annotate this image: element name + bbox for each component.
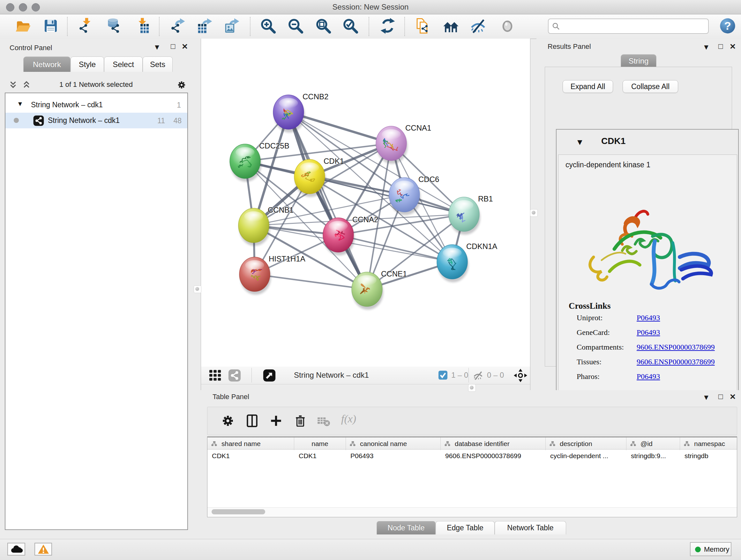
show-columns-icon[interactable] bbox=[245, 414, 259, 428]
network-share-view-icon[interactable] bbox=[228, 369, 241, 382]
tab-sets[interactable]: Sets bbox=[143, 57, 173, 72]
import-table-file-button[interactable] bbox=[134, 17, 151, 34]
show-all-button[interactable] bbox=[499, 17, 516, 34]
memory-button[interactable]: Memory bbox=[690, 542, 731, 556]
network-canvas[interactable]: CCNB2CCNA1CDC25BCDK1CDC6RB1CCNB1CCNA2CDK… bbox=[201, 39, 530, 367]
table-panel-float-icon[interactable]: □ bbox=[718, 392, 723, 401]
column-header-canonical-name[interactable]: canonical name bbox=[346, 437, 441, 450]
crosslink-link[interactable]: 9606.ENSP00000378699 bbox=[636, 358, 715, 366]
table-panel-collapse-icon[interactable]: ▾ bbox=[704, 392, 708, 402]
collapse-all-button[interactable]: Collapse All bbox=[623, 80, 678, 93]
home-string-button[interactable] bbox=[443, 17, 459, 34]
network-node-HIST1H1A[interactable]: HIST1H1A bbox=[239, 254, 306, 295]
tab-node-table[interactable]: Node Table bbox=[377, 521, 435, 535]
table-cell[interactable]: P06493 bbox=[350, 452, 440, 466]
table-cell[interactable]: stringdb bbox=[684, 452, 737, 466]
export-table-button[interactable] bbox=[197, 17, 213, 34]
results-panel-close-icon[interactable]: ✕ bbox=[730, 42, 736, 51]
network-node-CDKN1A[interactable]: CDKN1A bbox=[437, 242, 497, 282]
network-snapshot-button[interactable] bbox=[415, 17, 431, 34]
zoom-out-button[interactable] bbox=[287, 17, 304, 34]
network-node-RB1[interactable]: RB1 bbox=[449, 194, 493, 235]
table-cell[interactable]: CDK1 bbox=[299, 452, 345, 466]
network-node-CDC25B[interactable]: CDC25B bbox=[230, 141, 289, 182]
help-button[interactable]: ? bbox=[719, 17, 736, 34]
network-collection-row[interactable]: ▼ String Network – cdk1 1 bbox=[5, 97, 187, 113]
horizontal-scrollbar[interactable] bbox=[207, 507, 737, 516]
export-network-button[interactable] bbox=[170, 17, 186, 34]
save-session-button[interactable] bbox=[43, 17, 59, 34]
hidden-eye-slash-icon[interactable] bbox=[473, 370, 483, 381]
add-column-icon[interactable] bbox=[269, 414, 283, 428]
crosslink-link[interactable]: P06493 bbox=[636, 328, 660, 337]
import-network-database-button[interactable] bbox=[105, 17, 122, 34]
cloud-button[interactable] bbox=[7, 543, 25, 556]
network-node-CCNB2[interactable]: CCNB2 bbox=[273, 92, 328, 132]
column-header-shared-name[interactable]: shared name bbox=[207, 437, 294, 450]
column-header--id[interactable]: @id bbox=[626, 437, 680, 450]
table-cell[interactable]: stringdb:9... bbox=[631, 452, 679, 466]
table-cell[interactable]: 9606.ENSP00000378699 bbox=[445, 452, 544, 466]
network-view-panel: CCNB2CCNA1CDC25BCDK1CDC6RB1CCNB1CCNA2CDK… bbox=[201, 39, 530, 390]
left-splitter-handle[interactable] bbox=[194, 286, 201, 293]
tab-edge-table[interactable]: Edge Table bbox=[435, 521, 495, 535]
column-header-description[interactable]: description bbox=[546, 437, 626, 450]
column-header-name[interactable]: name bbox=[294, 437, 346, 450]
crosslink-link[interactable]: P06493 bbox=[636, 372, 660, 381]
delete-column-icon[interactable] bbox=[293, 414, 308, 428]
tab-style[interactable]: Style bbox=[71, 57, 104, 72]
section-caret-icon[interactable]: ▼ bbox=[576, 137, 584, 147]
network-row-selected[interactable]: String Network – cdk1 11 48 bbox=[5, 113, 187, 128]
delete-table-icon[interactable] bbox=[316, 414, 331, 428]
expand-all-button[interactable]: Expand All bbox=[562, 80, 613, 93]
hide-selected-icon bbox=[470, 17, 486, 34]
scrollbar-thumb[interactable] bbox=[212, 509, 265, 514]
table-panel-close-icon[interactable]: ✕ bbox=[730, 392, 736, 401]
move-crosshair-icon[interactable] bbox=[514, 368, 528, 382]
refresh-view-button[interactable] bbox=[380, 17, 396, 34]
function-builder-icon[interactable]: f(x) bbox=[341, 413, 356, 425]
warning-button[interactable] bbox=[35, 543, 52, 556]
table-cell[interactable]: cyclin-dependent ... bbox=[550, 452, 625, 466]
results-panel-collapse-icon[interactable]: ▾ bbox=[704, 42, 708, 52]
control-panel-collapse-icon[interactable]: ▾ bbox=[155, 42, 159, 52]
control-panel-close-icon[interactable]: ✕ bbox=[182, 42, 188, 51]
network-node-CCNA1[interactable]: CCNA1 bbox=[376, 124, 431, 164]
crosslink-link[interactable]: P06493 bbox=[636, 314, 660, 322]
network-node-CDK1[interactable]: CDK1 bbox=[294, 157, 344, 197]
search-field[interactable] bbox=[548, 18, 709, 34]
search-input[interactable] bbox=[562, 20, 704, 32]
tab-select[interactable]: Select bbox=[104, 57, 143, 72]
tab-network[interactable]: Network bbox=[23, 57, 71, 72]
network-options-gear-icon[interactable] bbox=[177, 80, 187, 90]
tree-expand-caret-icon[interactable]: ▼ bbox=[17, 100, 23, 108]
column-header-database-identifier[interactable]: database identifier bbox=[441, 437, 546, 450]
zoom-out-icon bbox=[287, 17, 304, 34]
import-network-file-button[interactable] bbox=[77, 17, 94, 34]
table-options-gear-icon[interactable] bbox=[220, 414, 235, 428]
control-panel-float-icon[interactable]: □ bbox=[171, 42, 176, 51]
network-edge[interactable] bbox=[255, 274, 367, 289]
network-node-CCNA2[interactable]: CCNA2 bbox=[323, 215, 378, 255]
selected-checkbox-icon[interactable] bbox=[439, 371, 448, 380]
column-header-namespac[interactable]: namespac bbox=[680, 437, 737, 450]
protein-section-header[interactable]: ▼ CDK1 bbox=[556, 130, 738, 154]
tab-network-table[interactable]: Network Table bbox=[495, 521, 566, 535]
zoom-selected-button[interactable] bbox=[342, 17, 359, 34]
zoom-in-button[interactable] bbox=[260, 17, 276, 34]
results-panel-float-icon[interactable]: □ bbox=[718, 42, 723, 51]
zoom-fit-button[interactable] bbox=[315, 17, 332, 34]
export-table-icon bbox=[197, 17, 213, 34]
tab-string[interactable]: String bbox=[621, 54, 657, 67]
hide-selected-button[interactable] bbox=[470, 17, 486, 34]
right-splitter-handle[interactable] bbox=[530, 209, 538, 217]
network-node-CCNB1[interactable]: CCNB1 bbox=[239, 206, 293, 246]
grid-view-icon[interactable] bbox=[209, 369, 222, 382]
open-session-button[interactable] bbox=[15, 17, 31, 34]
export-image-button[interactable] bbox=[224, 17, 240, 34]
crosslink-link[interactable]: 9606.ENSP00000378699 bbox=[636, 343, 715, 352]
network-node-CCNE1[interactable]: CCNE1 bbox=[352, 269, 407, 310]
table-cell[interactable]: CDK1 bbox=[212, 452, 293, 466]
bottom-splitter-handle[interactable] bbox=[468, 384, 476, 392]
open-in-window-icon[interactable] bbox=[263, 369, 276, 382]
